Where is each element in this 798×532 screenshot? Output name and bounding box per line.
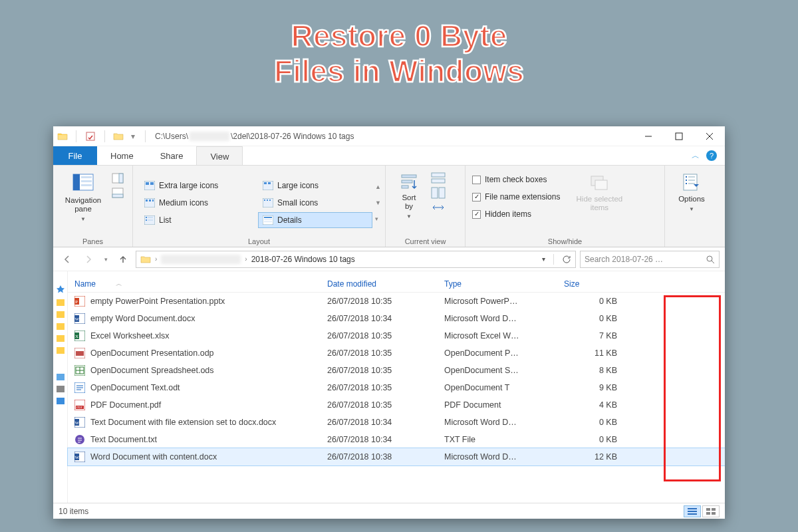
file-row[interactable]: Word Document with content.docx26/07/201… <box>68 448 725 466</box>
svg-rect-36 <box>402 186 408 188</box>
qat-properties-icon[interactable] <box>84 130 96 142</box>
recent-locations-button[interactable]: ▾ <box>101 251 110 268</box>
svg-rect-6 <box>81 184 92 186</box>
tab-home[interactable]: Home <box>97 146 147 165</box>
file-row[interactable]: Excel Worksheet.xlsx26/07/2018 10:35Micr… <box>68 327 725 344</box>
file-row[interactable]: OpenDocument Text.odt26/07/2018 10:35Ope… <box>68 379 725 396</box>
tab-file[interactable]: File <box>53 146 97 165</box>
refresh-button[interactable] <box>562 255 571 264</box>
svg-rect-3 <box>73 174 80 190</box>
breadcrumb-current[interactable]: 2018-07-26 Windows 10 tags <box>251 255 355 264</box>
sort-by-button[interactable]: Sort by ▼ <box>392 170 426 219</box>
address-bar[interactable]: › › 2018-07-26 Windows 10 tags ▾ <box>136 251 576 268</box>
checkbox-hidden-items[interactable]: Hidden items <box>472 207 560 221</box>
svg-rect-16 <box>268 182 271 184</box>
file-type: OpenDocument S… <box>438 366 557 375</box>
file-type: PDF Document <box>438 400 557 410</box>
checkbox-file-name-extensions[interactable]: File name extensions <box>472 190 560 204</box>
column-date[interactable]: Date modified <box>321 279 438 289</box>
svg-rect-54 <box>712 512 716 515</box>
file-name: Text Document with file extension set to… <box>90 418 276 427</box>
options-button[interactable]: Options ▼ <box>672 170 712 212</box>
layout-small-icons[interactable]: Small icons <box>258 195 372 211</box>
file-date: 26/07/2018 10:35 <box>321 297 438 306</box>
layout-scroll-up-icon[interactable]: ▲ <box>375 184 381 190</box>
file-name: OpenDocument Spreadsheet.ods <box>90 366 214 375</box>
size-columns-icon[interactable] <box>431 201 446 213</box>
file-type-icon <box>74 382 85 393</box>
checkbox-item-check-boxes[interactable]: Item check boxes <box>472 172 560 187</box>
svg-rect-51 <box>706 508 710 511</box>
file-type: Microsoft PowerP… <box>438 297 557 306</box>
layout-more-icon[interactable]: ▾ <box>375 215 381 222</box>
address-dropdown-icon[interactable]: ▾ <box>542 255 545 263</box>
qat-dropdown-icon[interactable]: ▾ <box>129 130 137 142</box>
minimize-button[interactable] <box>633 126 664 146</box>
file-type-icon <box>74 296 85 307</box>
nav-pane-collapsed[interactable] <box>53 271 68 503</box>
file-date: 26/07/2018 10:34 <box>321 314 438 323</box>
column-size[interactable]: Size <box>557 279 624 289</box>
details-pane-icon[interactable] <box>112 187 124 199</box>
svg-rect-23 <box>267 200 268 201</box>
up-button[interactable] <box>114 251 132 268</box>
file-row[interactable]: Text Document.txt26/07/2018 10:34TXT Fil… <box>68 431 725 448</box>
svg-rect-18 <box>146 200 148 201</box>
layout-details[interactable]: Details <box>258 212 372 228</box>
layout-scroll-down-icon[interactable]: ▼ <box>375 200 381 206</box>
file-name: Text Document.txt <box>90 435 157 444</box>
file-name: empty PowerPoint Presentation.pptx <box>90 297 225 306</box>
group-by-icon[interactable] <box>431 172 446 184</box>
file-row[interactable]: OpenDocument Spreadsheet.ods26/07/2018 1… <box>68 362 725 379</box>
svg-rect-24 <box>269 200 271 201</box>
layout-extra-large-icons[interactable]: Extra large icons <box>140 178 254 194</box>
layout-medium-icons[interactable]: Medium icons <box>140 195 254 211</box>
search-input[interactable]: Search 2018-07-26 … <box>580 251 720 268</box>
file-size: 0 KB <box>557 314 624 323</box>
file-type-icon <box>74 313 85 324</box>
svg-rect-13 <box>150 182 154 185</box>
tab-view[interactable]: View <box>196 146 243 166</box>
search-icon <box>706 255 715 264</box>
window-title: C:\Users\ \2del\2018-07-26 Windows 10 ta… <box>155 132 354 141</box>
maximize-button[interactable] <box>664 126 694 146</box>
status-view-details-button[interactable] <box>684 505 701 517</box>
svg-rect-40 <box>439 188 445 198</box>
svg-rect-15 <box>264 182 267 184</box>
file-date: 26/07/2018 10:35 <box>321 400 438 410</box>
add-columns-icon[interactable] <box>431 187 446 199</box>
navigation-pane-button[interactable]: Navigation pane ▼ <box>60 170 106 222</box>
ribbon-tabs: File Home Share View ︿ ? <box>53 146 725 165</box>
nav-network-icon <box>57 398 65 404</box>
redacted-username <box>190 132 229 141</box>
status-view-icons-button[interactable] <box>702 505 720 517</box>
tab-share[interactable]: Share <box>147 146 197 165</box>
file-date: 26/07/2018 10:35 <box>321 331 438 340</box>
close-button[interactable] <box>694 126 725 146</box>
svg-rect-0 <box>86 132 94 140</box>
file-row[interactable]: empty PowerPoint Presentation.pptx26/07/… <box>68 293 725 310</box>
column-type[interactable]: Type <box>438 279 557 289</box>
layout-list[interactable]: List <box>140 212 254 228</box>
file-size: 12 KB <box>557 452 624 462</box>
svg-rect-5 <box>81 180 92 182</box>
address-bar-row: ▾ › › 2018-07-26 Windows 10 tags ▾ Searc… <box>53 247 725 271</box>
preview-pane-icon[interactable] <box>112 172 124 184</box>
nav-folder-icon <box>57 335 65 342</box>
file-row[interactable]: OpenDocument Presentation.odp26/07/2018 … <box>68 344 725 362</box>
help-icon[interactable]: ? <box>706 150 717 161</box>
options-icon <box>682 172 702 192</box>
file-type: TXT File <box>438 435 557 444</box>
file-row[interactable]: Text Document with file extension set to… <box>68 414 725 431</box>
column-name[interactable]: Name︿ <box>68 279 321 289</box>
back-button[interactable] <box>59 251 76 268</box>
file-name: PDF Document.pdf <box>90 400 161 410</box>
ribbon-collapse-icon[interactable]: ︿ <box>692 150 700 162</box>
file-row[interactable]: empty Word Document.docx26/07/2018 10:34… <box>68 310 725 327</box>
svg-rect-20 <box>152 200 154 201</box>
folder-icon <box>57 131 68 142</box>
svg-rect-49 <box>688 511 697 512</box>
layout-large-icons[interactable]: Large icons <box>258 178 372 194</box>
file-row[interactable]: PDF Document.pdf26/07/2018 10:35PDF Docu… <box>68 396 725 414</box>
quick-access-icon <box>56 285 65 294</box>
